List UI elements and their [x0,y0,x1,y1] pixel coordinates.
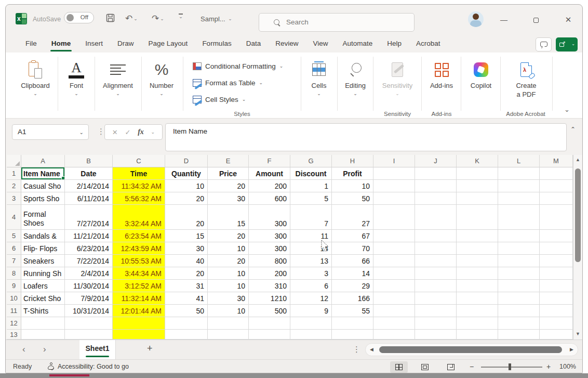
cell-B11[interactable]: 10/31/2014 [65,305,113,317]
cell-L4[interactable] [498,205,540,230]
cell-M9[interactable] [540,280,573,292]
row-header-4[interactable]: 4 [7,205,21,230]
column-header-e[interactable]: E [208,155,249,167]
cell-F1[interactable]: Amount [249,167,290,180]
cell-C13[interactable] [113,330,165,340]
cell-B8[interactable]: 2/4/2014 [65,267,113,280]
column-header-m[interactable]: M [540,155,573,167]
cell-I6[interactable] [373,242,415,255]
cell-H5[interactable]: 67 [332,230,373,242]
cell-C6[interactable]: 12:43:59 AM [113,242,165,255]
cell-K13[interactable] [457,330,498,340]
row-header-9[interactable]: 9 [7,280,21,292]
horizontal-scroll-thumb[interactable] [379,346,562,353]
cell-G8[interactable]: 3 [290,267,332,280]
cell-I3[interactable] [373,192,415,205]
cell-A12[interactable] [21,317,65,330]
cell-G11[interactable]: 9 [290,305,332,317]
cell-L2[interactable] [498,180,540,192]
column-header-k[interactable]: K [457,155,498,167]
cell-C2[interactable]: 11:34:32 AM [113,180,165,192]
cell-K11[interactable] [457,305,498,317]
cell-D10[interactable]: 41 [165,292,208,305]
cell-D3[interactable]: 20 [165,192,208,205]
cell-E3[interactable]: 30 [208,192,249,205]
new-sheet-button[interactable]: + [147,343,153,354]
chevron-down-icon[interactable]: ⌄ [160,16,164,21]
cell-K5[interactable] [457,230,498,242]
row-header-2[interactable]: 2 [7,180,21,192]
maximize-button[interactable] [525,11,547,29]
collapse-ribbon-chevron-icon[interactable]: ⌄ [564,106,570,113]
column-header-i[interactable]: I [373,155,415,167]
cell-E2[interactable]: 20 [208,180,249,192]
name-box[interactable]: A1 ⌄ [12,124,89,140]
cell-D8[interactable]: 20 [165,267,208,280]
tab-help[interactable]: Help [380,36,409,53]
close-button[interactable]: ✕ [557,11,579,29]
cell-F11[interactable]: 500 [249,305,290,317]
cell-D5[interactable]: 15 [165,230,208,242]
quick-access-overflow-button[interactable]: ⌄ [177,12,184,19]
cell-F10[interactable]: 1210 [249,292,290,305]
zoom-out-button[interactable]: − [470,362,474,371]
page-layout-view-button[interactable] [416,361,434,373]
cell-J2[interactable] [415,180,457,192]
cell-L3[interactable] [498,192,540,205]
cell-I4[interactable] [373,205,415,230]
cell-L9[interactable] [498,280,540,292]
cell-A1[interactable]: Item Name [21,167,65,180]
cell-D4[interactable]: 20 [165,205,208,230]
create-pdf-button[interactable]: λ Create a PDF [504,59,548,98]
row-header-5[interactable]: 5 [7,230,21,242]
cell-D13[interactable] [165,330,208,340]
tab-formulas[interactable]: Formulas [195,36,238,53]
cell-K7[interactable] [457,255,498,267]
search-input[interactable]: Search [259,13,415,32]
cell-M3[interactable] [540,192,573,205]
cell-B2[interactable]: 2/14/2014 [65,180,113,192]
clipboard-group-button[interactable]: Clipboard ⌄ [14,59,57,96]
cell-L12[interactable] [498,317,540,330]
comments-button[interactable] [536,37,552,51]
accessibility-status[interactable]: Accessibility: Good to go [58,363,129,370]
collapse-formula-bar-chevron-icon[interactable]: ⌃ [570,126,576,133]
cell-L5[interactable] [498,230,540,242]
row-header-10[interactable]: 10 [7,292,21,305]
row-header-11[interactable]: 11 [7,305,21,317]
select-all-corner[interactable] [7,155,21,167]
editing-group-button[interactable]: Editing ⌄ [333,59,377,96]
column-header-h[interactable]: H [332,155,373,167]
tab-automate[interactable]: Automate [335,36,380,53]
tab-page-layout[interactable]: Page Layout [141,36,195,53]
cell-K12[interactable] [457,317,498,330]
cell-A9[interactable]: Loafers [21,280,65,292]
tab-draw[interactable]: Draw [110,36,141,53]
cell-H3[interactable]: 50 [332,192,373,205]
cell-B4[interactable]: 7/27/2014 [65,205,113,230]
cell-H10[interactable]: 166 [332,292,373,305]
cell-H9[interactable]: 29 [332,280,373,292]
cell-L7[interactable] [498,255,540,267]
cell-K4[interactable] [457,205,498,230]
cell-B5[interactable]: 11/21/2014 [65,230,113,242]
zoom-in-button[interactable]: + [546,362,551,371]
cell-D2[interactable]: 10 [165,180,208,192]
cell-A8[interactable]: Running Sh [21,267,65,280]
cell-J5[interactable] [415,230,457,242]
tab-data[interactable]: Data [239,36,269,53]
font-group-button[interactable]: A Font ⌄ [55,59,98,96]
cell-M10[interactable] [540,292,573,305]
cell-B10[interactable]: 7/9/2014 [65,292,113,305]
cell-I1[interactable] [373,167,415,180]
cell-E1[interactable]: Price [208,167,249,180]
cell-A4[interactable]: Formal Shoes [21,205,65,230]
cell-J7[interactable] [415,255,457,267]
normal-view-button[interactable] [390,361,408,373]
cell-C10[interactable]: 11:32:14 AM [113,292,165,305]
column-header-g[interactable]: G [290,155,332,167]
insert-function-button[interactable]: fx [138,128,144,136]
row-header-12[interactable]: 12 [7,317,21,330]
next-sheet-button[interactable]: › [43,344,46,355]
column-header-c[interactable]: C [113,155,165,167]
